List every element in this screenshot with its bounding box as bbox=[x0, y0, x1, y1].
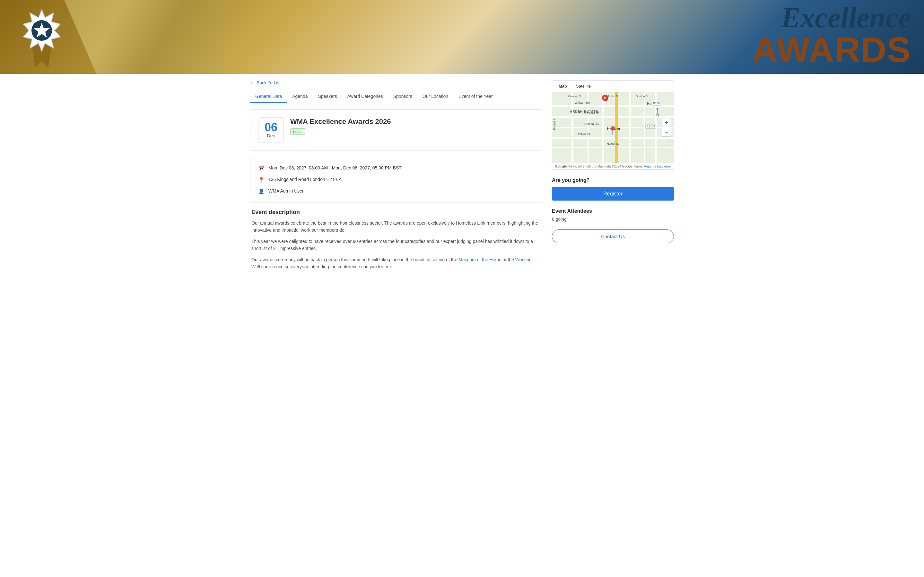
address-text: 136 Kingsland Road London E2 8EA bbox=[268, 177, 342, 183]
map-footer: Google Keyboard shortcuts Map data ©2024… bbox=[552, 163, 674, 169]
map-footer-data: Map data ©2024 Google bbox=[597, 164, 632, 168]
contact-us-button[interactable]: Contact Us bbox=[552, 229, 674, 243]
street-label-dunloe: Dunloe St bbox=[636, 95, 648, 98]
street-label-falkirk: Falkirk St bbox=[578, 132, 590, 136]
street-label-nazrul: Nazrul St bbox=[607, 142, 619, 145]
description-para-2: This year we were delighted to have rece… bbox=[252, 238, 541, 252]
map-road-v3 bbox=[602, 92, 603, 163]
map-tabs: Map Satellite bbox=[552, 81, 674, 92]
detail-row-organizer: 👤 WMA Admin User bbox=[258, 188, 534, 195]
description-para-3: Our awards ceremony will be back in pers… bbox=[252, 256, 541, 271]
event-title: WMA Excellence Awards 2026 bbox=[290, 118, 391, 126]
tab-our-location[interactable]: Our Location bbox=[418, 90, 453, 103]
zoom-out-button[interactable]: − bbox=[662, 128, 671, 137]
street-label-pitfield: Pitfield St bbox=[553, 118, 556, 130]
h-marker: H bbox=[602, 95, 608, 101]
user-icon: 👤 bbox=[258, 189, 264, 195]
tab-award-categories[interactable]: Award Categories bbox=[342, 90, 388, 103]
map-road-v4 bbox=[629, 92, 631, 163]
event-badge: Local bbox=[290, 128, 305, 135]
back-link-label: Back To List bbox=[256, 80, 281, 85]
description-heading: Event description bbox=[252, 209, 541, 216]
zoom-in-button[interactable]: + bbox=[662, 118, 671, 127]
road-b108: B108 bbox=[652, 101, 661, 106]
event-card: 06 Dec WMA Excellence Awards 2026 Local bbox=[250, 110, 542, 150]
medals-decoration bbox=[64, 0, 225, 74]
tab-agenda[interactable]: Agenda bbox=[287, 90, 313, 103]
street-label-hows: How's St bbox=[607, 95, 618, 98]
map-footer-report[interactable]: Report a map error bbox=[644, 164, 671, 168]
datetime-text: Mon, Dec 06, 2027, 08:00 AM - Mon, Dec 0… bbox=[268, 165, 402, 171]
banner-excellence-text: Excellence bbox=[752, 3, 911, 32]
tab-event-of-year[interactable]: Event of the Year bbox=[453, 90, 498, 103]
register-button[interactable]: Register bbox=[552, 187, 674, 201]
street-label-whiston: Whiston Rd bbox=[575, 101, 590, 104]
date-month: Dec bbox=[264, 133, 278, 138]
map-pin: 📍 bbox=[608, 126, 618, 136]
map-tab-satellite[interactable]: Satellite bbox=[572, 82, 595, 90]
tab-general-data[interactable]: General Data bbox=[250, 90, 287, 103]
details-section: 📅 Mon, Dec 06, 2027, 08:00 AM - Mon, Dec… bbox=[250, 157, 542, 203]
street-label-geoffrey: Geoffry St bbox=[568, 95, 581, 98]
tab-speakers[interactable]: Speakers bbox=[313, 90, 342, 103]
street-label-crondall: Crondall St bbox=[584, 122, 599, 126]
attendees-heading: Event Attendees bbox=[552, 208, 674, 214]
street-view-icon: 🚶 bbox=[653, 108, 662, 116]
header-banner: Excellence AWARDS bbox=[0, 0, 924, 74]
back-link[interactable]: ← Back To List bbox=[250, 80, 281, 85]
going-section: Are you going? Register bbox=[552, 177, 674, 201]
map-road-v1 bbox=[571, 92, 573, 163]
attendees-count: 6 going bbox=[552, 217, 674, 222]
museum-link[interactable]: Museum of the Home bbox=[458, 257, 502, 262]
map-tab-map[interactable]: Map bbox=[555, 82, 571, 90]
tab-sponsors[interactable]: Sponsors bbox=[388, 90, 418, 103]
right-panel: Map Satellite bbox=[552, 80, 674, 274]
map-footer-keyboard: Keyboard shortcuts bbox=[568, 164, 596, 168]
contact-section: Contact Us bbox=[552, 229, 674, 243]
calendar-icon: 📅 bbox=[258, 165, 264, 171]
map-footer-terms: Terms bbox=[634, 164, 642, 168]
map-visual: Whiston Rd Grimsby St Crondall St Falkir… bbox=[552, 92, 674, 163]
banner-awards-text: AWARDS bbox=[752, 32, 911, 68]
road-a1208: A1208 bbox=[645, 124, 656, 129]
award-badge bbox=[16, 6, 68, 68]
detail-row-address: 📍 136 Kingsland Road London E2 8EA bbox=[258, 177, 534, 183]
tabs-bar: General Data Agenda Speakers Award Categ… bbox=[250, 90, 542, 103]
back-arrow-icon: ← bbox=[250, 80, 255, 85]
detail-row-datetime: 📅 Mon, Dec 06, 2027, 08:00 AM - Mon, Dec… bbox=[258, 165, 534, 171]
attendees-section: Event Attendees 6 going bbox=[552, 208, 674, 222]
description-section: Event description Our annual awards cele… bbox=[250, 209, 542, 270]
location-icon: 📍 bbox=[258, 177, 264, 183]
map-container: Map Satellite bbox=[552, 80, 674, 170]
going-heading: Are you going? bbox=[552, 177, 674, 183]
date-box: 06 Dec bbox=[258, 118, 284, 142]
date-day: 06 bbox=[264, 122, 278, 133]
event-info: WMA Excellence Awards 2026 Local bbox=[290, 118, 391, 135]
left-panel: ← Back To List General Data Agenda Speak… bbox=[250, 80, 542, 274]
google-logo: Google bbox=[555, 164, 567, 168]
map-controls: + − bbox=[662, 118, 671, 137]
banner-title: Excellence AWARDS bbox=[752, 3, 911, 68]
organizer-text: WMA Admin User bbox=[268, 188, 304, 195]
main-container: ← Back To List General Data Agenda Speak… bbox=[237, 74, 687, 280]
arden-label: ARDEN ESTATE bbox=[570, 110, 598, 113]
description-para-1: Our annual awards celebrate the best in … bbox=[252, 219, 541, 234]
